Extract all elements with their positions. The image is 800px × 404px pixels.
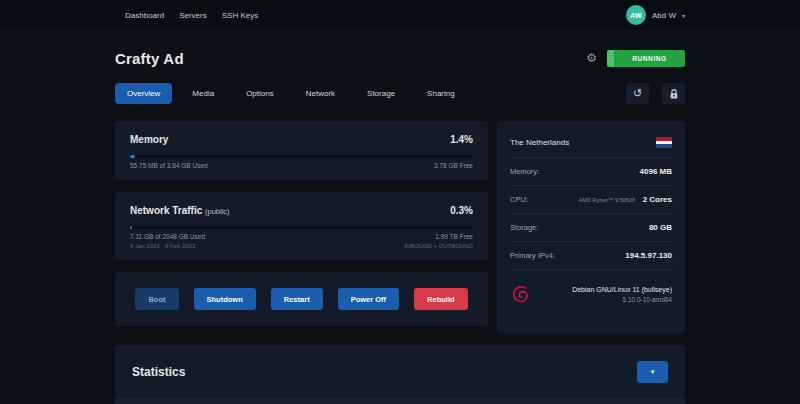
- memory-card: Memory 1.4% 55.75 MB of 3.84 GB Used 3.7…: [115, 121, 488, 180]
- network-progress-bar: [130, 226, 473, 229]
- cpu-model: AMD Ryzen™ 9 5950X: [579, 197, 636, 203]
- gear-icon[interactable]: ⚙: [586, 52, 597, 64]
- status-pulse-bar: [607, 50, 614, 67]
- network-title: Network Traffic (public): [130, 205, 230, 216]
- memory-used-text: 55.75 MB of 3.84 GB Used: [130, 162, 208, 169]
- cpu-cores: 2 Cores: [643, 195, 672, 204]
- network-free-text: 1.99 TB Free: [435, 233, 473, 240]
- memory-progress-bar: [130, 155, 473, 158]
- tabs-row: Overview Media Options Network Storage S…: [115, 83, 685, 104]
- lock-icon: [669, 88, 679, 100]
- shutdown-button[interactable]: Shutdown: [194, 288, 256, 310]
- network-used-text: 7.11 GB of 2048 GB Used: [130, 233, 205, 240]
- boot-button[interactable]: Boot: [135, 288, 178, 310]
- page-header: Crafty Ad ⚙ RUNNING: [115, 46, 685, 70]
- nav-items: Dashboard Servers SSH Keys: [125, 11, 258, 20]
- user-name: Abd W: [652, 11, 676, 20]
- tab-sharing[interactable]: Sharing: [415, 83, 467, 104]
- tab-storage[interactable]: Storage: [355, 83, 407, 104]
- memory-title: Memory: [130, 134, 168, 145]
- status-label: RUNNING: [614, 55, 685, 62]
- tab-options[interactable]: Options: [234, 83, 286, 104]
- power-actions-card: Boot Shutdown Restart Power Off Rebuild: [115, 272, 488, 326]
- netherlands-flag-icon: [656, 137, 672, 148]
- ipv4-info-row: Primary IPv4: 194.5.97.130: [510, 242, 672, 270]
- power-off-button[interactable]: Power Off: [338, 288, 399, 310]
- statistics-card: Statistics ▾: [115, 345, 685, 404]
- page-title: Crafty Ad: [115, 50, 184, 67]
- network-scope: (public): [205, 207, 230, 216]
- os-kernel: 5.10.0-10-amd64: [572, 296, 672, 303]
- debian-logo-icon: [510, 283, 532, 305]
- rebuild-button[interactable]: Rebuild: [414, 288, 468, 310]
- caret-down-icon: ▾: [682, 12, 685, 19]
- refresh-button[interactable]: ↺: [626, 83, 649, 104]
- network-progress-fill: [130, 226, 132, 229]
- statistics-content: [115, 398, 685, 404]
- memory-progress-fill: [130, 155, 135, 158]
- nav-item-ssh-keys[interactable]: SSH Keys: [222, 11, 258, 20]
- network-traffic-card: Network Traffic (public) 0.3% 7.11 GB of…: [115, 192, 488, 260]
- location-name: The Netherlands: [510, 138, 569, 147]
- statistics-title: Statistics: [132, 365, 185, 379]
- memory-free-text: 3.78 GB Free: [434, 162, 473, 169]
- lock-button[interactable]: [662, 83, 685, 104]
- user-menu[interactable]: AW Abd W ▾: [626, 5, 685, 25]
- memory-percent: 1.4%: [450, 134, 473, 145]
- os-name: Debian GNU/Linux 11 (bullseye): [572, 286, 672, 293]
- tab-media[interactable]: Media: [180, 83, 226, 104]
- tab-network[interactable]: Network: [294, 83, 347, 104]
- network-percent: 0.3%: [450, 205, 473, 216]
- tab-overview[interactable]: Overview: [115, 83, 172, 104]
- nav-item-servers[interactable]: Servers: [179, 11, 207, 20]
- memory-info-row: Memory: 4096 MB: [510, 158, 672, 186]
- status-badge[interactable]: RUNNING: [607, 50, 685, 67]
- statistics-toggle-button[interactable]: ▾: [637, 361, 668, 383]
- top-navbar: Dashboard Servers SSH Keys AW Abd W ▾: [0, 0, 800, 30]
- location-row: The Netherlands: [510, 133, 672, 158]
- chevron-down-icon: ▾: [651, 368, 655, 375]
- nav-item-dashboard[interactable]: Dashboard: [125, 11, 164, 20]
- os-row: Debian GNU/Linux 11 (bullseye) 5.10.0-10…: [510, 270, 672, 305]
- network-direction: INBOUND + OUTBOUND: [404, 243, 473, 249]
- storage-info-row: Storage: 80 GB: [510, 214, 672, 242]
- network-period: 9 Jan 2023 - 9 Feb 2023: [130, 243, 195, 249]
- restart-button[interactable]: Restart: [271, 288, 323, 310]
- refresh-icon: ↺: [633, 88, 642, 99]
- server-info-card: The Netherlands Memory: 4096 MB CPU: AMD…: [497, 121, 685, 333]
- avatar: AW: [626, 5, 646, 25]
- cpu-info-row: CPU: AMD Ryzen™ 9 5950X 2 Cores: [510, 186, 672, 214]
